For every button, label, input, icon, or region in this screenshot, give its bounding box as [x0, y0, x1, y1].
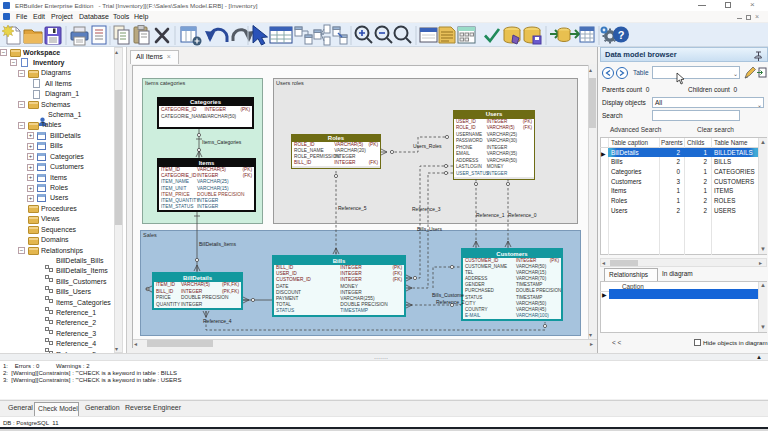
- svg-text:?: ?: [618, 29, 625, 41]
